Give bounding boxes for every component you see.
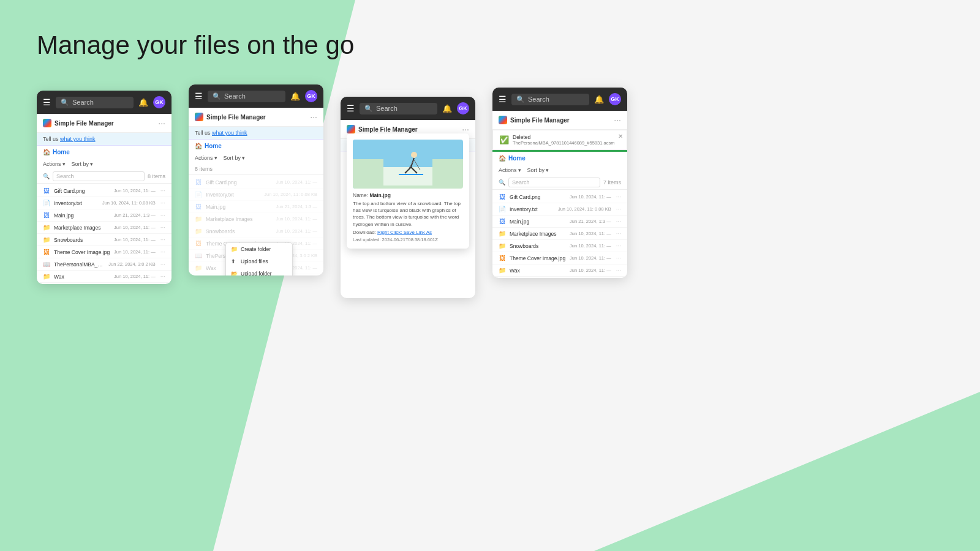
toast-close-btn[interactable]: ✕ <box>618 133 623 140</box>
file-item[interactable]: 📖 ThePersonalMBA_9781... Jun 22, 2024, 3… <box>37 258 172 271</box>
file-options[interactable]: ··· <box>160 200 165 206</box>
bell-icon-2[interactable]: 🔔 <box>290 92 300 101</box>
search-bar-4[interactable]: 🔍 Search <box>511 94 589 105</box>
file-options[interactable]: ··· <box>616 193 621 200</box>
file-options[interactable]: ··· <box>160 224 165 231</box>
file-options[interactable]: ··· <box>616 230 621 237</box>
file-item[interactable]: 📁 Marketplace Images Jun 10, 2024, 11: —… <box>37 222 172 234</box>
file-icon: 📁 <box>499 242 506 249</box>
banner-link-1[interactable]: what you think <box>60 136 96 142</box>
file-item[interactable]: 📁 Marketplace Images Jun 10, 2024, 11: —… <box>492 228 627 240</box>
file-item[interactable]: 📁 Wax Jun 10, 2024, 11: — ··· <box>492 264 627 277</box>
menu-icon-1[interactable]: ☰ <box>43 97 51 107</box>
menu-icon-3[interactable]: ☰ <box>347 103 355 113</box>
file-item[interactable]: 🖼 Gift Card.png Jun 10, 2024, 11: — ··· <box>37 185 172 197</box>
bell-icon-1[interactable]: 🔔 <box>138 98 148 107</box>
app-header-4: Simple File Manager ··· <box>492 111 627 130</box>
file-item[interactable]: 📁 Wax Jun 10, 2024, 11: — ··· <box>37 271 172 283</box>
app-logo-4 <box>499 116 507 124</box>
file-options[interactable]: ··· <box>616 218 621 225</box>
search-bar-3[interactable]: 🔍 Search <box>360 103 437 114</box>
menu-icon-2[interactable]: ☰ <box>195 91 203 101</box>
search-bar-1[interactable]: 🔍 Search <box>56 97 134 108</box>
file-name: Gift Card.png <box>510 194 566 200</box>
sort-btn-1[interactable]: Sort by ▾ <box>72 161 94 167</box>
file-options[interactable]: ··· <box>160 261 165 268</box>
breadcrumb-label-1[interactable]: Home <box>53 149 70 156</box>
file-options[interactable]: ··· <box>160 212 165 219</box>
avatar-1[interactable]: GK <box>153 96 165 108</box>
context-label: Upload files <box>241 258 268 264</box>
preview-name-label: Name: <box>353 192 369 198</box>
file-item[interactable]: 🖼 Theme Cover Image.jpg Jun 10, 2024, 11… <box>37 246 172 258</box>
app-title-2: Simple File Manager <box>206 114 266 121</box>
avatar-3[interactable]: GK <box>457 102 469 114</box>
header-dots-3[interactable]: ··· <box>462 124 469 134</box>
toast-status: Deleted <box>513 134 614 140</box>
actions-btn-4[interactable]: Actions ▾ <box>499 167 521 173</box>
file-options[interactable]: ··· <box>160 187 165 194</box>
sort-btn-4[interactable]: Sort by ▾ <box>527 167 549 173</box>
file-item[interactable]: 🖼 Theme Cover Image.jpg Jun 10, 2024, 11… <box>492 252 627 264</box>
file-search-input-4[interactable]: Search <box>508 178 600 187</box>
header-dots-1[interactable]: ··· <box>158 118 165 128</box>
file-name: Inventory.txt <box>510 206 554 212</box>
download-link[interactable]: Right Click: Save Link As <box>377 230 432 235</box>
context-create-folder[interactable]: 📁 Create folder <box>226 243 292 255</box>
toast-bar-4: ✅ Deleted ThePersonalMBA_9781101446089_#… <box>492 130 627 150</box>
menu-icon-4[interactable]: ☰ <box>499 94 507 104</box>
file-options[interactable]: ··· <box>616 255 621 261</box>
file-item[interactable]: 📁 Snowboards Jun 10, 2024, 11: — ··· <box>37 234 172 246</box>
folder-icon-2: 🏠 <box>195 143 202 149</box>
file-item[interactable]: 📄 Inventory.txt Jun 10, 2024, 11: 0.08 K… <box>37 197 172 209</box>
toast-content: Deleted ThePersonalMBA_9781101446089_#55… <box>513 134 614 146</box>
app-logo-2 <box>195 113 203 121</box>
file-meta: Jun 10, 2024, 11: — <box>570 255 611 261</box>
file-name: ThePersonalMBA_9781... <box>54 261 105 268</box>
file-options[interactable]: ··· <box>616 206 621 212</box>
file-options[interactable]: ··· <box>160 273 165 280</box>
actions-btn-1[interactable]: Actions ▾ <box>43 161 66 167</box>
file-list-area-2: 🖼Gift Card.pngJun 10, 2024, 11: — 📄Inven… <box>189 175 323 276</box>
file-meta: Jun 10, 2024, 11: 0.08 KB <box>102 200 156 206</box>
folder-icon-1: 🏠 <box>43 149 50 156</box>
context-upload-files[interactable]: ⬆ Upload files <box>226 255 292 268</box>
file-list-1: 🖼 Gift Card.png Jun 10, 2024, 11: — ··· … <box>37 184 172 284</box>
context-menu-2[interactable]: 📁 Create folder ⬆ Upload files 📂 Upload … <box>225 242 293 276</box>
file-icon: 📁 <box>499 230 506 237</box>
file-icon: 🖼 <box>43 212 50 219</box>
page-headline: Manage your files on the go <box>37 31 943 60</box>
actions-btn-2[interactable]: Actions ▾ <box>195 155 217 161</box>
file-options[interactable]: ··· <box>616 242 621 249</box>
preview-filename: Main.jpg <box>369 192 390 198</box>
file-search-bar-4: 🔍 Search 7 items <box>492 176 627 190</box>
file-options[interactable]: ··· <box>616 267 621 274</box>
file-meta: Jun 22, 2024, 3:0 2 KB <box>108 261 155 267</box>
avatar-2[interactable]: GK <box>305 90 317 102</box>
context-upload-folder[interactable]: 📂 Upload folder <box>226 268 292 276</box>
breadcrumb-label-2[interactable]: Home <box>205 143 222 149</box>
header-dots-4[interactable]: ··· <box>614 115 621 125</box>
file-options[interactable]: ··· <box>160 236 165 243</box>
file-item[interactable]: 🖼 Main.jpg Jun 21, 2024, 1:3 — ··· <box>492 216 627 228</box>
screenshot-card-1: ☰ 🔍 Search 🔔 GK Simple File Manager ··· … <box>37 91 172 284</box>
file-item[interactable]: 📁 Snowboards Jun 10, 2024, 11: — ··· <box>492 240 627 252</box>
file-item[interactable]: 🖼 Main.jpg Jun 21, 2024, 1:3 — ··· <box>37 209 172 222</box>
banner-link-2[interactable]: what you think <box>212 130 247 136</box>
header-dots-2[interactable]: ··· <box>310 112 317 122</box>
file-item[interactable]: 📄 Inventory.txt Jun 10, 2024, 11: 0.08 K… <box>492 203 627 216</box>
file-item[interactable]: 🖼 Gift Card.png Jun 10, 2024, 11: — ··· <box>492 191 627 203</box>
bell-icon-4[interactable]: 🔔 <box>594 95 604 104</box>
file-name: Gift Card.png <box>54 188 110 194</box>
bell-icon-3[interactable]: 🔔 <box>442 104 452 113</box>
file-search-input-1[interactable]: Search <box>53 171 145 181</box>
file-icon: 📁 <box>43 236 50 243</box>
breadcrumb-label-4[interactable]: Home <box>508 155 526 162</box>
file-meta: Jun 10, 2024, 11: — <box>570 194 611 200</box>
search-bar-2[interactable]: 🔍 Search <box>208 91 285 102</box>
avatar-4[interactable]: GK <box>609 93 621 105</box>
sort-btn-2[interactable]: Sort by ▾ <box>224 155 246 161</box>
app-logo-1 <box>43 119 51 127</box>
file-meta: Jun 10, 2024, 11: — <box>114 225 156 230</box>
file-options[interactable]: ··· <box>160 249 165 255</box>
